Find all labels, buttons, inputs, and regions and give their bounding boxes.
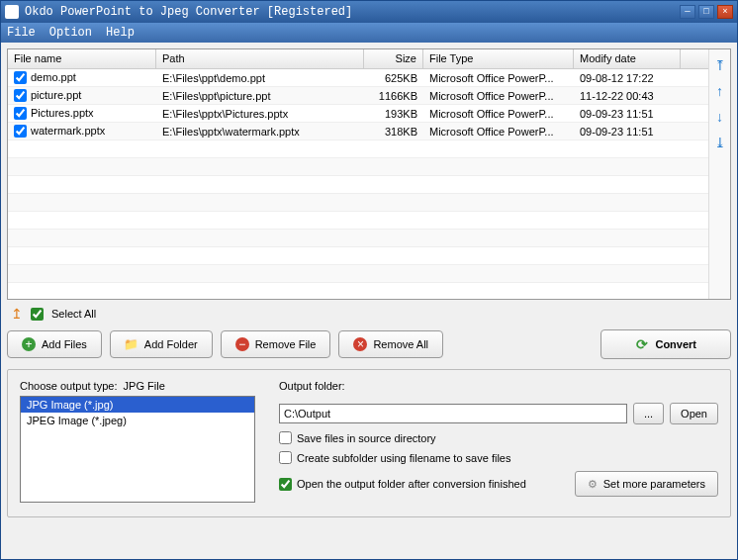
cell-path: E:\Files\pptx\Pictures.pptx: [156, 108, 364, 120]
grid-body: demo.pptE:\Files\ppt\demo.ppt625KBMicros…: [8, 69, 708, 299]
cell-type: Microsoft Office PowerP...: [423, 126, 574, 138]
table-row[interactable]: watermark.pptxE:\Files\pptx\watermark.pp…: [8, 123, 708, 140]
cell-path: E:\Files\ppt\demo.ppt: [156, 72, 364, 84]
row-checkbox[interactable]: [14, 107, 27, 120]
remove-all-label: Remove All: [373, 338, 428, 350]
choose-type-label: Choose output type: JPG File: [20, 380, 255, 392]
app-window: ◪ Okdo PowerPoint to Jpeg Converter [Reg…: [0, 0, 738, 560]
menu-file[interactable]: File: [7, 26, 36, 40]
empty-row: [8, 140, 708, 158]
save-in-source-row[interactable]: Save files in source directory: [279, 431, 718, 444]
output-folder-input[interactable]: [279, 404, 627, 423]
table-row[interactable]: picture.pptE:\Files\ppt\picture.ppt1166K…: [8, 87, 708, 105]
add-files-label: Add Files: [42, 338, 87, 350]
gear-icon: ⚙: [588, 478, 598, 491]
grid-header: File name Path Size File Type Modify dat…: [8, 49, 708, 69]
minimize-button[interactable]: —: [680, 5, 695, 19]
empty-row: [8, 212, 708, 230]
cell-size: 1166KB: [364, 90, 423, 102]
window-title: Okdo PowerPoint to Jpeg Converter [Regis…: [25, 5, 680, 19]
create-subfolder-row[interactable]: Create subfolder using filename to save …: [279, 451, 718, 464]
x-icon: ×: [353, 337, 367, 351]
open-after-checkbox[interactable]: [279, 478, 292, 491]
cell-type: Microsoft Office PowerP...: [423, 72, 574, 84]
empty-row: [8, 158, 708, 176]
output-type-section: Choose output type: JPG File JPG Image (…: [20, 380, 255, 505]
table-row[interactable]: Pictures.pptxE:\Files\pptx\Pictures.pptx…: [8, 105, 708, 123]
cell-size: 193KB: [364, 108, 423, 120]
cell-date: 09-08-12 17:22: [574, 72, 681, 84]
list-item[interactable]: JPEG Image (*.jpeg): [21, 413, 254, 428]
browse-button[interactable]: ...: [633, 403, 664, 424]
titlebar: ◪ Okdo PowerPoint to Jpeg Converter [Reg…: [1, 1, 737, 23]
minus-icon: −: [235, 337, 249, 351]
convert-icon: ⟳: [635, 337, 649, 351]
folder-row: ... Open: [279, 403, 718, 424]
header-size[interactable]: Size: [364, 49, 423, 68]
cell-type: Microsoft Office PowerP...: [423, 90, 574, 102]
cell-path: E:\Files\ppt\picture.ppt: [156, 90, 364, 102]
header-filetype[interactable]: File Type: [423, 49, 574, 68]
empty-row: [8, 283, 708, 299]
remove-file-button[interactable]: − Remove File: [221, 330, 331, 358]
create-subfolder-label: Create subfolder using filename to save …: [297, 452, 510, 464]
folder-icon: 📁: [125, 337, 138, 351]
convert-label: Convert: [655, 338, 696, 350]
move-bottom-icon[interactable]: ⤓: [714, 135, 726, 150]
table-row[interactable]: demo.pptE:\Files\ppt\demo.ppt625KBMicros…: [8, 69, 708, 87]
move-up-icon[interactable]: ↑: [716, 83, 723, 99]
empty-row: [8, 176, 708, 194]
toolbar: + Add Files 📁 Add Folder − Remove File ×…: [7, 326, 731, 369]
more-parameters-label: Set more parameters: [603, 478, 705, 490]
move-down-icon[interactable]: ↓: [716, 109, 723, 125]
open-button[interactable]: Open: [670, 403, 718, 424]
selectall-row: ↥ Select All: [7, 300, 731, 326]
add-folder-label: Add Folder: [144, 338, 198, 350]
row-checkbox[interactable]: [14, 125, 27, 138]
app-icon: ◪: [5, 5, 19, 19]
empty-row: [8, 265, 708, 283]
file-grid: File name Path Size File Type Modify dat…: [8, 49, 708, 299]
cell-date: 09-09-23 11:51: [574, 108, 681, 120]
cell-date: 09-09-23 11:51: [574, 126, 681, 138]
output-folder-section: Output folder: ... Open Save files in so…: [279, 380, 718, 505]
up-arrow-icon[interactable]: ↥: [11, 306, 23, 322]
cell-type: Microsoft Office PowerP...: [423, 108, 574, 120]
output-folder-label: Output folder:: [279, 380, 718, 392]
add-folder-button[interactable]: 📁 Add Folder: [110, 330, 213, 358]
convert-button[interactable]: ⟳ Convert: [600, 329, 731, 359]
remove-all-button[interactable]: × Remove All: [338, 330, 443, 358]
row-checkbox[interactable]: [14, 89, 27, 102]
row-checkbox[interactable]: [14, 71, 27, 84]
list-item[interactable]: JPG Image (*.jpg): [21, 397, 254, 413]
save-in-source-checkbox[interactable]: [279, 431, 292, 444]
cell-size: 625KB: [364, 72, 423, 84]
empty-row: [8, 230, 708, 247]
add-files-button[interactable]: + Add Files: [7, 330, 102, 358]
header-modifydate[interactable]: Modify date: [574, 49, 681, 68]
open-after-label: Open the output folder after conversion …: [297, 478, 526, 490]
menu-option[interactable]: Option: [49, 26, 92, 40]
reorder-arrows: ⤒ ↑ ↓ ⤓: [708, 49, 730, 299]
menu-help[interactable]: Help: [106, 26, 135, 40]
file-list-panel: File name Path Size File Type Modify dat…: [7, 48, 731, 300]
create-subfolder-checkbox[interactable]: [279, 451, 292, 464]
output-type-listbox[interactable]: JPG Image (*.jpg)JPEG Image (*.jpeg): [20, 396, 255, 503]
plus-icon: +: [22, 337, 36, 351]
empty-row: [8, 247, 708, 265]
cell-path: E:\Files\pptx\watermark.pptx: [156, 126, 364, 138]
close-button[interactable]: ×: [717, 5, 733, 19]
output-panel: Choose output type: JPG File JPG Image (…: [7, 369, 731, 517]
cell-size: 318KB: [364, 126, 423, 138]
remove-file-label: Remove File: [255, 338, 317, 350]
header-filename[interactable]: File name: [8, 49, 156, 68]
more-parameters-button[interactable]: ⚙ Set more parameters: [575, 471, 718, 497]
content-area: File name Path Size File Type Modify dat…: [1, 43, 737, 559]
menubar: File Option Help: [1, 23, 737, 43]
move-top-icon[interactable]: ⤒: [714, 57, 726, 73]
selectall-checkbox[interactable]: [31, 308, 44, 321]
empty-row: [8, 194, 708, 212]
header-path[interactable]: Path: [156, 49, 364, 68]
maximize-button[interactable]: □: [698, 5, 714, 19]
open-after-row[interactable]: Open the output folder after conversion …: [279, 478, 575, 491]
